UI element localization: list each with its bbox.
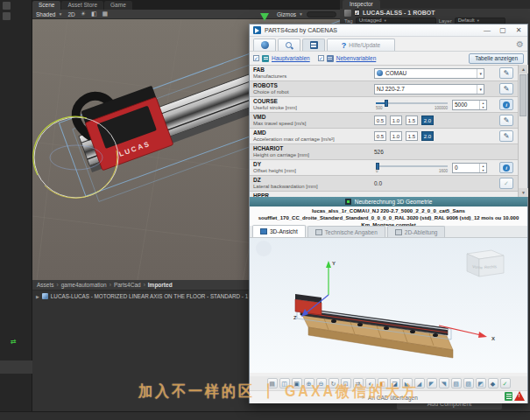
option-1.5[interactable]: 1.5 [406,116,418,125]
option-0.5[interactable]: 0.5 [374,131,386,141]
tab-inspector[interactable]: Inspector [343,0,380,9]
3d-preview[interactable]: Vorne Rechts [250,238,527,373]
breadcrumb-item[interactable]: Imported [148,282,173,288]
main-variables-icon [262,55,269,62]
breadcrumb-item[interactable]: game4automation [61,282,107,288]
tab-asset-store[interactable]: Asset Store [61,1,103,10]
scroll-thumb[interactable] [519,74,526,116]
axis-z-label: Z [293,315,297,320]
variable-table: FABManufacturersCOMAU▾✎ROBOTSChoice of r… [250,65,518,197]
audio-icon[interactable]: ◧ [91,10,97,18]
variable-label: DYOffset height [mm] [250,160,372,175]
minimize-button[interactable]: — [482,25,492,36]
scroll-up-icon[interactable]: ▲ [519,65,528,74]
table-row: DYOffset height [mm]016000▴▾i [250,160,518,176]
tab-search[interactable] [278,38,300,51]
edit-button[interactable]: ✎ [499,83,513,94]
tab-variables[interactable] [302,38,325,51]
variable-control[interactable]: NJ 220-2.7▾ [372,81,495,96]
breadcrumb-separator: › [110,282,111,288]
variable-control[interactable]: 016000▴▾ [372,160,495,175]
value-dropdown[interactable]: NJ 220-2.7▾ [374,84,484,94]
variable-control[interactable]: COMAU▾ [372,66,495,80]
breadcrumb-item[interactable]: Assets [37,282,54,288]
strip-selected-row[interactable] [0,360,32,374]
scene-search-input[interactable] [307,11,336,18]
secondary-variables-link[interactable]: Nebenvariablen [336,55,377,61]
2d-toggle[interactable]: 2D [67,11,74,18]
tab-scene[interactable]: Scene [32,1,60,10]
maximize-button[interactable]: ▢ [498,25,508,36]
table-row: ROBOTSChoice of robotNJ 220-2.7▾✎ [250,81,518,97]
variable-label: COURSEUseful stroke [mm] [250,97,372,112]
search-icon [285,41,293,50]
option-2.0[interactable]: 2.0 [421,131,434,141]
preview-tab-bar: 3D-AnsichtTechnische Angaben2D-Ableitung [250,226,527,238]
option-1.5[interactable]: 1.5 [406,131,418,141]
main-variables-checkbox[interactable]: ✓ [253,55,259,61]
chevron-down-icon: ▼ [477,18,480,24]
tab-technische-angaben[interactable]: Technische Angaben [307,226,385,237]
variable-label: AMDAcceleration max of carriage [m/s²] [250,129,372,144]
globe-icon [261,41,269,49]
tab-game[interactable]: Game [104,1,132,10]
parts4cad-app-icon [253,26,261,34]
option-2.0[interactable]: 2.0 [421,116,434,125]
value-spinner[interactable]: 0▴▾ [452,163,487,173]
dialog-title: PARTS4cad by CADENAS [265,27,337,33]
close-button[interactable]: ✕ [513,25,524,36]
secondary-variables-checkbox[interactable]: ✓ [318,55,324,61]
option-1.0[interactable]: 1.0 [390,131,402,141]
table-scrollbar[interactable]: ▲ ▼ [518,65,527,197]
secondary-variables-icon [327,55,334,62]
settings-gear-icon[interactable]: ⚙ [516,38,524,51]
confirm-button[interactable]: ✓ [499,178,513,189]
slider-track[interactable] [376,165,448,167]
chevron-down-icon: ▼ [299,11,303,17]
tab-help-update[interactable]: ? Hilfe/Update [327,38,395,51]
tab-catalog[interactable] [253,38,276,51]
gizmos-dropdown[interactable]: Gizmos ▼ [277,11,303,18]
value-dropdown[interactable]: COMAU▾ [374,68,484,79]
gameobject-name: LUCAS-ALSS - 1 ROBOT [363,10,435,16]
panel-icon[interactable] [3,2,11,10]
watermark: 加入不一样的区 丨 GAXA微信的大方 [138,382,530,402]
chevron-down-icon: ▾ [477,85,482,94]
scroll-down-icon[interactable]: ▼ [519,188,528,197]
edit-button[interactable]: ✎ [499,67,513,79]
effects-icon[interactable]: ▦ [102,10,109,18]
active-checkbox[interactable]: ✓ [354,10,360,16]
option-1.0[interactable]: 1.0 [390,116,402,125]
info-button[interactable]: i [499,99,513,110]
preview-badge [256,241,272,256]
value-spinner[interactable]: 5000▴▾ [452,100,487,110]
variable-control[interactable]: 5001000005000▴▾ [372,97,495,112]
inspector-header: ✓ LUCAS-ALSS - 1 ROBOT [340,9,530,17]
expander-icon[interactable]: ▶ [36,294,39,299]
slider-track[interactable] [376,102,448,104]
variable-control: 0.0 [372,176,495,191]
main-variables-link[interactable]: Hauptvariablen [272,55,310,61]
variable-control[interactable]: 0.51.01.52.0 [372,129,495,144]
edit-button[interactable]: ✎ [499,115,513,126]
shading-label: Shaded [36,11,55,18]
breadcrumb-item[interactable]: Parts4Cad [114,282,141,288]
variable-control[interactable]: 0.51.01.52.0 [372,113,495,128]
edit-button[interactable]: ✎ [499,130,513,142]
show-table-button[interactable]: Tabelle anzeigen [469,53,524,64]
table-row: COURSEUseful stroke [mm]5001000005000▴▾i [250,97,518,113]
geometry-icon [345,199,351,205]
layer-label: Layer [439,18,452,24]
left-panel-strip: ⇄ [0,0,32,411]
tab-3d-ansicht[interactable]: 3D-Ansicht [252,225,306,237]
panel-icon[interactable] [3,12,11,20]
info-button[interactable]: i [499,162,513,173]
shading-dropdown[interactable]: Shaded ▼ [36,11,62,18]
part-filename: lucas_alss_1r_COMAU_NJ 220-2.7_5000_2_2_… [250,206,527,226]
table-icon [310,41,318,49]
chevron-down-icon: ▼ [58,11,62,17]
option-0.5[interactable]: 0.5 [374,116,386,125]
dialog-title-bar[interactable]: PARTS4cad by CADENAS — ▢ ✕ [250,24,527,37]
lighting-icon[interactable]: ☀ [81,10,86,18]
tab-2d-ableitung[interactable]: 2D-Ableitung [387,226,446,237]
